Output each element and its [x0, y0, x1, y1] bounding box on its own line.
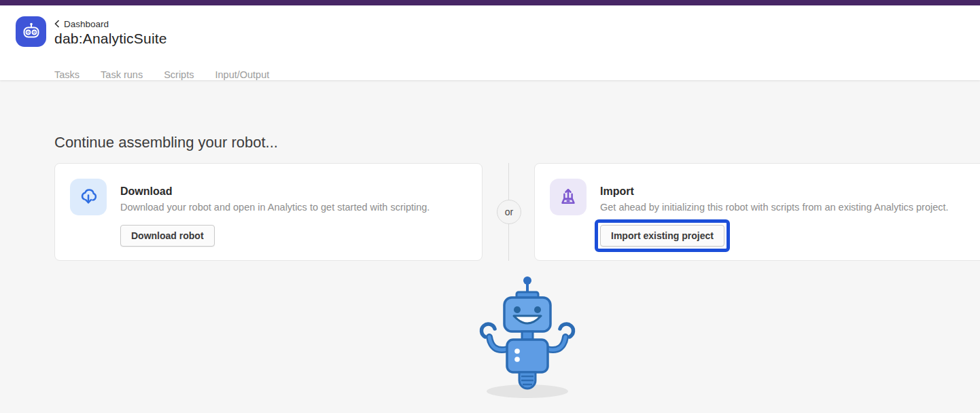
section-heading: Continue assembling your robot... — [54, 134, 278, 151]
import-card-description: Get ahead by initializing this robot wit… — [600, 202, 949, 213]
download-card-description: Download your robot and open in Analytic… — [120, 202, 430, 213]
robot-logo-icon — [16, 16, 46, 47]
import-card: Import Get ahead by initializing this ro… — [534, 163, 980, 261]
cloud-download-icon — [70, 179, 107, 215]
tab-scripts[interactable]: Scripts — [164, 69, 194, 80]
breadcrumb-back-dashboard[interactable]: Dashboard — [54, 18, 109, 29]
download-card-title: Download — [120, 185, 172, 198]
upload-icon — [550, 179, 587, 215]
chevron-left-icon — [54, 20, 60, 28]
tab-tasks[interactable]: Tasks — [54, 69, 80, 80]
or-divider-badge: or — [497, 200, 521, 224]
page-title: dab:AnalyticSuite — [54, 31, 167, 47]
breadcrumb-label: Dashboard — [64, 19, 109, 29]
tab-bar: Tasks Task runs Scripts Input/Output — [54, 69, 269, 80]
download-robot-button[interactable]: Download robot — [120, 225, 215, 247]
download-card: Download Download your robot and open in… — [54, 163, 483, 261]
tab-task-runs[interactable]: Task runs — [101, 69, 143, 80]
tab-input-output[interactable]: Input/Output — [215, 69, 269, 80]
top-accent-bar — [0, 0, 980, 5]
import-card-title: Import — [600, 185, 634, 198]
robot-mascot-illustration — [469, 273, 586, 403]
import-existing-project-button[interactable]: Import existing project — [600, 225, 724, 247]
import-button-highlight-annotation: Import existing project — [595, 219, 730, 252]
app-header: Dashboard dab:AnalyticSuite Tasks Task r… — [0, 5, 980, 80]
